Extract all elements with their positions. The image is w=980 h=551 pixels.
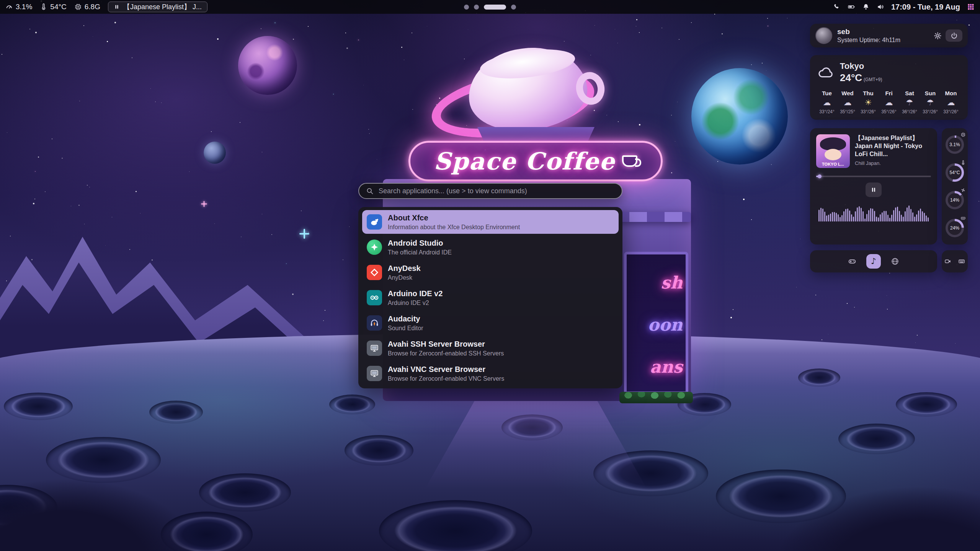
star <box>762 63 763 64</box>
launcher-result[interactable]: Avahi SSH Server BrowserBrowse for Zeroc… <box>358 336 622 361</box>
widget-panel: seb System Uptime: 4h11m Tokyo 24°C(GMT+… <box>810 24 968 272</box>
launcher-result[interactable]: AnyDeskAnyDesk <box>358 260 622 285</box>
workspace-indicator[interactable] <box>464 0 516 14</box>
workspace-dot[interactable] <box>474 5 479 10</box>
weather-timezone: (GMT+9) <box>864 77 882 82</box>
launcher-result[interactable]: Android StudioThe official Android IDE <box>358 235 622 260</box>
weather-city: Tokyo <box>840 61 882 71</box>
star <box>468 29 468 30</box>
star <box>595 25 595 26</box>
waveform-bar <box>922 211 923 222</box>
temp-indicator: 54°C <box>40 3 66 11</box>
workspace-dot[interactable] <box>511 5 516 10</box>
waveform-bar <box>912 212 913 222</box>
pause-button[interactable] <box>866 183 882 197</box>
result-title: About Xfce <box>388 213 520 223</box>
arduino-icon <box>367 290 382 305</box>
forecast-day: Fri☁35°/26° <box>879 90 899 114</box>
star <box>751 219 752 220</box>
progress-knob[interactable] <box>818 174 822 178</box>
search-icon <box>366 187 374 195</box>
settings-gear-icon[interactable] <box>934 32 942 40</box>
result-title: Avahi SSH Server Browser <box>388 339 504 349</box>
capture-actions-card <box>942 250 968 272</box>
result-subtitle: Browse for Zeroconf-enabled SSH Servers <box>388 350 504 357</box>
cloud-icon: ☁ <box>844 99 852 107</box>
neon-cup-icon <box>622 155 637 167</box>
gauge-cpu: 3.1% <box>945 133 964 156</box>
crater <box>46 437 161 483</box>
star <box>78 205 80 206</box>
forecast-temps: 35°/25° <box>840 109 855 114</box>
star <box>969 24 970 26</box>
workspace-dot[interactable] <box>464 5 469 10</box>
track-progress-bar[interactable] <box>816 176 931 177</box>
forecast-temps: 36°/26° <box>902 109 917 114</box>
star <box>240 122 240 123</box>
waveform-bar <box>882 212 883 222</box>
star <box>155 101 156 102</box>
username: seb <box>837 28 900 36</box>
desktop: sh oon ans Space Coffee 3.1% 54°C 6.8G <box>0 0 980 551</box>
star <box>161 103 162 103</box>
waveform-bar <box>820 208 822 222</box>
topbar: 3.1% 54°C 6.8G 【Japanese Playlist】 J... <box>0 0 980 14</box>
workspace-active-pill[interactable] <box>484 5 506 10</box>
result-texts: AnyDeskAnyDesk <box>388 264 421 281</box>
star <box>743 199 745 200</box>
quick-actions-card: ♪ <box>810 250 937 272</box>
thermometer-icon <box>960 160 966 167</box>
star <box>733 309 733 310</box>
screen-record-icon[interactable] <box>942 256 953 267</box>
bell-icon[interactable] <box>862 3 870 11</box>
forecast-day: Mon☁33°/26° <box>941 90 961 114</box>
waveform-bar <box>926 215 927 222</box>
gauge-memory: 24% <box>945 216 964 240</box>
forecast-day-name: Fri <box>885 90 892 96</box>
star <box>847 303 848 304</box>
now-playing-chip[interactable]: 【Japanese Playlist】 J... <box>108 2 207 12</box>
waveform-bar <box>853 217 854 222</box>
battery-icon[interactable] <box>848 3 855 11</box>
waveform-bar <box>855 211 856 222</box>
results-list: About XfceInformation about the Xfce Des… <box>358 207 622 388</box>
phone-icon[interactable] <box>833 3 841 11</box>
monitor-icon <box>367 366 382 381</box>
crater <box>199 473 291 512</box>
waveform-bar <box>899 211 900 222</box>
star <box>815 295 816 295</box>
launcher-result[interactable]: Arduino IDE v2Arduino IDE v2 <box>358 285 622 310</box>
star <box>89 187 90 187</box>
sparkle <box>201 201 207 207</box>
small-moon <box>204 142 226 164</box>
android-studio-icon <box>367 240 382 255</box>
crater <box>798 368 840 387</box>
memory-icon <box>74 3 82 11</box>
star <box>107 41 108 42</box>
volume-icon[interactable] <box>877 3 884 11</box>
cloud-icon: ☁ <box>947 99 955 107</box>
keyboard-icon[interactable] <box>956 256 967 267</box>
audacity-icon <box>367 315 382 331</box>
fan-icon <box>960 187 966 194</box>
apps-grid-icon[interactable] <box>967 3 975 11</box>
power-icon[interactable] <box>946 29 962 42</box>
star <box>915 342 916 343</box>
waveform-bar <box>905 211 906 222</box>
search-input[interactable] <box>379 187 615 195</box>
waveform-bar <box>897 207 898 222</box>
search-bar[interactable] <box>358 183 622 199</box>
result-subtitle: AnyDesk <box>388 274 421 281</box>
launcher-result[interactable]: AudacitySound Editor <box>358 310 622 336</box>
globe-icon[interactable] <box>888 254 902 269</box>
launcher-result[interactable]: About XfceInformation about the Xfce Des… <box>362 210 619 234</box>
star <box>957 20 957 20</box>
game-controller-icon[interactable] <box>845 254 859 269</box>
music-note-icon[interactable]: ♪ <box>866 254 881 269</box>
album-art: TOKYO L... <box>816 134 850 168</box>
waveform-bar <box>878 217 879 222</box>
waveform-bar <box>832 212 833 222</box>
launcher-result[interactable]: Avahi VNC Server BrowserBrowse for Zeroc… <box>358 361 622 386</box>
star <box>636 19 637 20</box>
forecast-row: Tue☁33°/24°Wed☁35°/25°Thu☀33°/26°Fri☁35°… <box>817 90 961 114</box>
